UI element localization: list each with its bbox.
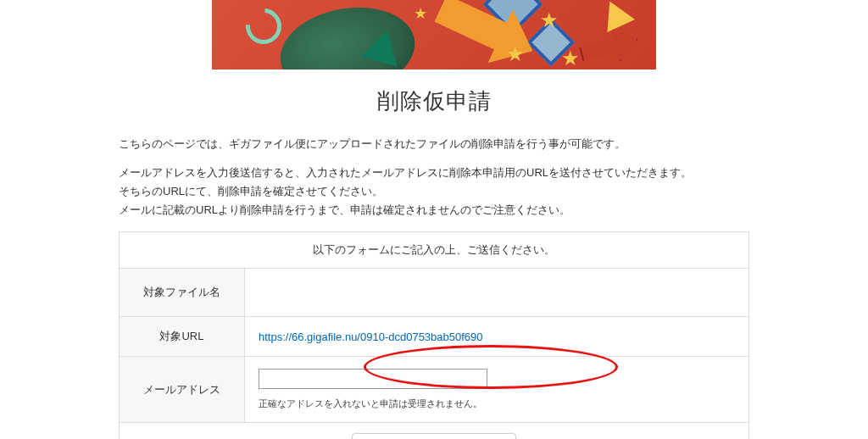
decor-triangle — [596, 0, 635, 32]
form-caption: 以下のフォームにご記入の上、ご送信ください。 — [119, 231, 749, 268]
intro-line: メールに記載のURLより削除申請を行うまで、申請は確定されませんのでご注意くださ… — [119, 201, 749, 220]
target-url-link[interactable]: https://66.gigafile.nu/0910-dcd0753bab50… — [259, 331, 735, 343]
header-banner: ★ ★ ★ ★ — [212, 0, 656, 69]
page-title: 削除仮申請 — [0, 86, 868, 116]
intro-line: メールアドレスを入力後送信すると、入力されたメールアドレスに削除本申請用のURL… — [119, 164, 749, 182]
submit-button[interactable]: 上記内容で削除申請を進める — [352, 433, 516, 439]
row-label-email: メールアドレス — [120, 357, 245, 422]
star-icon: ★ — [540, 8, 559, 32]
intro-line: こちらのページでは、ギガファイル便にアップロードされたファイルの削除申請を行う事… — [119, 135, 749, 153]
form-table: 対象ファイル名 対象URL https://66.gigafile.nu/091… — [119, 268, 749, 439]
submit-row: 上記内容で削除申請を進める — [120, 422, 748, 439]
intro-text: こちらのページでは、ギガファイル便にアップロードされたファイルの削除申請を行う事… — [119, 135, 749, 220]
email-note: 正確なアドレスを入れないと申請は受理されません。 — [259, 397, 735, 410]
star-icon: ★ — [506, 42, 525, 66]
row-label-url: 対象URL — [120, 317, 245, 356]
content-area: こちらのページでは、ギガファイル便にアップロードされたファイルの削除申請を行う事… — [119, 135, 749, 439]
row-value-email: 正確なアドレスを入れないと申請は受理されません。 — [245, 357, 748, 422]
form-row-filename: 対象ファイル名 — [120, 269, 748, 316]
email-input[interactable] — [259, 369, 487, 389]
form-row-email: メールアドレス 正確なアドレスを入れないと申請は受理されません。 — [120, 356, 748, 422]
row-value-url: https://66.gigafile.nu/0910-dcd0753bab50… — [245, 317, 748, 356]
row-label-filename: 対象ファイル名 — [120, 269, 245, 316]
star-icon: ★ — [561, 47, 580, 69]
row-value-filename — [245, 269, 748, 316]
star-icon: ★ — [414, 4, 427, 23]
decor-ring — [238, 1, 288, 51]
intro-line: そちらのURLにて、削除申請を確定させてください。 — [119, 182, 749, 201]
decor-triangle — [361, 25, 405, 66]
form-row-url: 対象URL https://66.gigafile.nu/0910-dcd075… — [120, 316, 748, 356]
